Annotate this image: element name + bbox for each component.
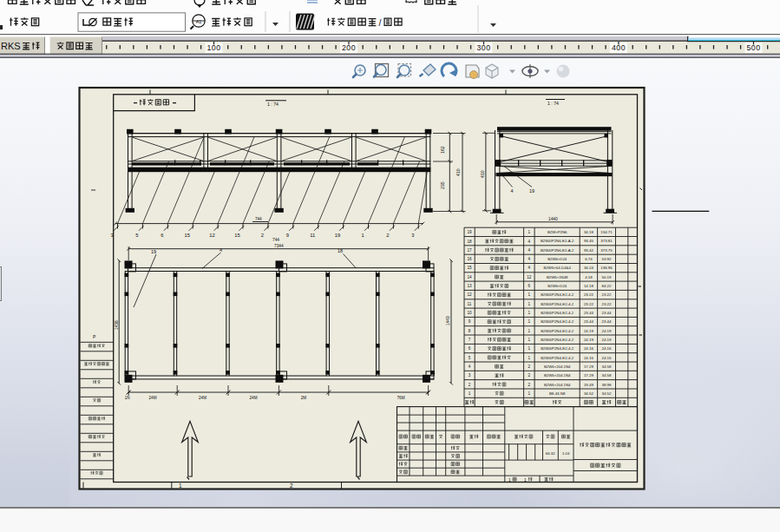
svg-text:300: 300 xyxy=(477,43,491,52)
svg-text:373.81: 373.81 xyxy=(600,239,613,243)
svg-text:2: 2 xyxy=(528,383,531,387)
svg-text:744: 744 xyxy=(272,238,279,242)
svg-text:11: 11 xyxy=(468,302,472,306)
svg-text:9: 9 xyxy=(286,233,289,238)
svg-text:34.58: 34.58 xyxy=(602,365,613,369)
svg-text:1: 1 xyxy=(528,292,531,297)
svg-text:3: 3 xyxy=(469,373,471,378)
svg-text:19: 19 xyxy=(529,188,534,194)
svg-text:B2W6×1N48: B2W6×1N48 xyxy=(547,275,568,279)
svg-text:2: 2 xyxy=(386,233,389,238)
svg-text:6.74: 6.74 xyxy=(585,257,593,261)
svg-text:12: 12 xyxy=(209,233,214,238)
svg-text:500: 500 xyxy=(747,43,761,52)
svg-text:17: 17 xyxy=(467,248,472,253)
svg-text:12: 12 xyxy=(467,292,472,297)
svg-text:B2W4/P2N4-E2-4-2: B2W4/P2N4-E2-4-2 xyxy=(541,329,574,333)
svg-text:1: 1 xyxy=(524,478,527,483)
svg-text:B2W6×D24: B2W6×D24 xyxy=(547,284,567,288)
svg-text:4: 4 xyxy=(220,247,222,253)
svg-text:1: 1 xyxy=(469,391,471,396)
svg-text:93.42: 93.42 xyxy=(584,248,594,253)
svg-text:24M: 24M xyxy=(250,396,258,400)
svg-text:1440: 1440 xyxy=(548,217,558,221)
svg-text:24.19: 24.19 xyxy=(584,338,594,342)
svg-text:17.29: 17.29 xyxy=(584,373,594,378)
svg-text:11: 11 xyxy=(310,233,315,238)
svg-text:B2W4/P2N4-E2-4-2: B2W4/P2N4-E2-4-2 xyxy=(541,338,574,342)
svg-text:200: 200 xyxy=(342,43,356,52)
svg-text:4: 4 xyxy=(528,266,531,270)
svg-text:17.29: 17.29 xyxy=(584,365,594,369)
svg-text:B2W6×64-D4&4: B2W6×64-D4&4 xyxy=(544,266,572,270)
svg-text:5: 5 xyxy=(135,233,138,238)
svg-text:23.44: 23.44 xyxy=(584,311,594,315)
svg-text:3: 3 xyxy=(110,233,113,238)
svg-text:13: 13 xyxy=(467,284,472,288)
svg-text:53.92: 53.92 xyxy=(602,257,613,261)
svg-text:4: 4 xyxy=(528,240,531,244)
svg-text:B2W6×204.1N4: B2W6×204.1N4 xyxy=(544,383,571,387)
svg-text:23.22: 23.22 xyxy=(584,302,594,306)
svg-text:76M: 76M xyxy=(397,396,405,400)
svg-text:B2W4/P2N4-E2-4-2: B2W4/P2N4-E2-4-2 xyxy=(541,311,574,315)
svg-text:A1: A1 xyxy=(196,19,202,24)
svg-text:24.16: 24.16 xyxy=(584,346,594,351)
svg-text:12: 12 xyxy=(527,275,532,279)
svg-text:19: 19 xyxy=(151,249,156,254)
svg-text:1: 1 xyxy=(528,311,531,315)
svg-text:18: 18 xyxy=(338,248,343,253)
svg-text:6: 6 xyxy=(528,284,531,288)
svg-text:24.19: 24.19 xyxy=(602,338,613,342)
svg-text:B2W4/P2N4-E2-4-2: B2W4/P2N4-E2-4-2 xyxy=(541,292,574,297)
svg-text:24.16: 24.16 xyxy=(602,346,613,351)
svg-text:19.49: 19.49 xyxy=(584,383,594,387)
svg-text:1 : 74: 1 : 74 xyxy=(547,101,559,106)
svg-text:1438: 1438 xyxy=(115,320,119,330)
svg-text:23.22: 23.22 xyxy=(602,292,613,297)
svg-text:24M: 24M xyxy=(149,396,157,400)
svg-text:34.24: 34.24 xyxy=(584,266,594,270)
svg-text:B2W×P2N6: B2W×P2N6 xyxy=(547,230,567,234)
svg-text:1: 1 xyxy=(361,233,364,238)
svg-text:6: 6 xyxy=(469,346,471,351)
svg-text:23.44: 23.44 xyxy=(602,319,613,324)
svg-text:16: 16 xyxy=(467,257,472,261)
svg-text:7: 7 xyxy=(469,338,471,342)
svg-text:134.71: 134.71 xyxy=(600,230,613,234)
svg-text:4: 4 xyxy=(528,248,531,253)
svg-text:1440: 1440 xyxy=(446,316,450,325)
svg-text:2M: 2M xyxy=(301,396,307,400)
svg-text:1: 1 xyxy=(528,346,531,351)
svg-text:1: 1 xyxy=(528,319,531,324)
svg-text:410: 410 xyxy=(480,170,485,178)
svg-text:93.45: 93.45 xyxy=(584,239,594,243)
svg-text:1N: 1N xyxy=(125,396,130,400)
svg-text:1: 1 xyxy=(528,230,531,234)
svg-text:2: 2 xyxy=(261,233,264,238)
svg-text:15: 15 xyxy=(184,233,189,238)
svg-text:4: 4 xyxy=(528,257,531,261)
svg-text:19: 19 xyxy=(467,230,472,234)
svg-text:B2W6×D24: B2W6×D24 xyxy=(547,257,567,261)
svg-text:34.58: 34.58 xyxy=(602,373,613,378)
svg-text:2: 2 xyxy=(528,373,531,378)
svg-text:RKS: RKS xyxy=(1,41,21,51)
svg-text:400: 400 xyxy=(612,43,626,52)
svg-text:2: 2 xyxy=(290,483,293,489)
svg-text:24.19: 24.19 xyxy=(602,329,613,333)
svg-text:B8-43-N8: B8-43-N8 xyxy=(549,391,566,396)
svg-text:14: 14 xyxy=(467,275,472,279)
svg-text:373.75: 373.75 xyxy=(600,248,613,253)
svg-text:15: 15 xyxy=(467,266,472,270)
svg-text:1: 1 xyxy=(528,329,531,333)
svg-text:B2W4/P2N4-E2-4-2: B2W4/P2N4-E2-4-2 xyxy=(541,356,574,360)
svg-text:34.18: 34.18 xyxy=(584,230,594,234)
svg-text:1: 1 xyxy=(528,356,531,360)
svg-text:B2W4/P2N4-E2-4-2: B2W4/P2N4-E2-4-2 xyxy=(541,319,574,324)
svg-text:50.19: 50.19 xyxy=(602,275,613,279)
svg-text:136.96: 136.96 xyxy=(600,266,613,270)
svg-text:5: 5 xyxy=(469,356,471,360)
svg-text:6: 6 xyxy=(161,233,163,238)
svg-text:410: 410 xyxy=(456,168,461,176)
